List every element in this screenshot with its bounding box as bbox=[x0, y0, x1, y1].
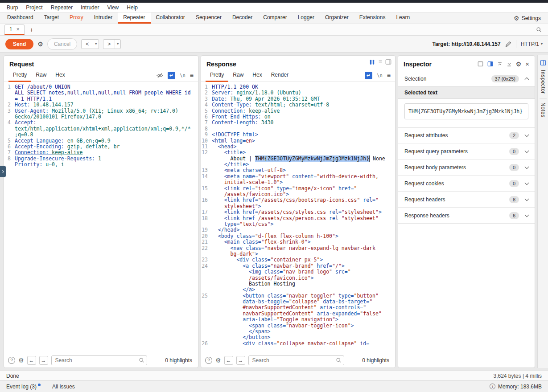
code-line: 25 <button class="navbar-toggler" type="… bbox=[201, 293, 395, 299]
tab-dashboard[interactable]: Dashboard bbox=[2, 12, 39, 24]
show-newlines-icon[interactable]: \n bbox=[180, 73, 185, 78]
hide-nonprintable-icon[interactable] bbox=[157, 73, 163, 78]
add-tab-button[interactable]: + bbox=[30, 26, 33, 33]
tab-raw[interactable]: Raw bbox=[31, 69, 51, 82]
previous-match-button[interactable]: ← bbox=[27, 356, 36, 365]
tab-target[interactable]: Target bbox=[39, 12, 64, 24]
code-line: </span> bbox=[201, 329, 395, 335]
tab-decoder[interactable]: Decoder bbox=[227, 12, 258, 24]
tab-pretty[interactable]: Pretty bbox=[206, 69, 228, 82]
tab-logger[interactable]: Logger bbox=[293, 12, 320, 24]
tab-organizer[interactable]: Organizer bbox=[320, 12, 354, 24]
send-options-gear-icon[interactable]: ⚙ bbox=[37, 41, 43, 48]
settings-button[interactable]: ⚙ Settings bbox=[508, 12, 546, 24]
search-icon[interactable] bbox=[536, 27, 542, 33]
memory-usage: Memory: 183.6MB bbox=[498, 384, 542, 390]
code-token: <button class= bbox=[212, 293, 286, 299]
layout-list-icon[interactable]: ≡ bbox=[379, 58, 382, 65]
chevron-down-icon[interactable]: ▾ bbox=[93, 40, 99, 49]
tab-collaborator[interactable]: Collaborator bbox=[151, 12, 190, 24]
tab-sequencer[interactable]: Sequencer bbox=[190, 12, 227, 24]
editor-menu-icon[interactable]: ≡ bbox=[387, 72, 391, 79]
tab-repeater[interactable]: Repeater bbox=[118, 12, 150, 24]
tab-hex[interactable]: Hex bbox=[51, 69, 69, 82]
inspector-section-request-attributes[interactable]: Request attributes2 bbox=[398, 127, 535, 143]
show-newlines-icon[interactable]: \n bbox=[377, 73, 383, 78]
code-token: <img class= bbox=[212, 269, 283, 275]
history-forward-button[interactable]: > ▾ bbox=[103, 39, 121, 49]
rail-tab-notes[interactable]: Notes bbox=[540, 102, 546, 118]
cancel-button[interactable]: Cancel bbox=[47, 38, 77, 50]
send-button[interactable]: Send bbox=[5, 39, 33, 49]
editor-menu-icon[interactable]: ≡ bbox=[190, 72, 194, 79]
inspector-section-request-cookies[interactable]: Request cookies0 bbox=[398, 176, 535, 192]
inspector-section-response-headers[interactable]: Response headers6 bbox=[398, 208, 535, 224]
tab-raw[interactable]: Raw bbox=[228, 69, 248, 82]
code-token: /assets/css/person.css bbox=[258, 215, 326, 221]
line-text: stylesheet"> bbox=[212, 204, 261, 209]
tab-extensions[interactable]: Extensions bbox=[354, 12, 391, 24]
pause-updates-icon[interactable] bbox=[369, 59, 375, 65]
close-icon[interactable]: × bbox=[525, 60, 529, 68]
line-text: <meta charset=utf-8> bbox=[212, 167, 286, 173]
collapse-all-icon[interactable] bbox=[497, 61, 503, 67]
word-wrap-icon[interactable]: ↵ bbox=[168, 72, 175, 79]
tab-hex[interactable]: Hex bbox=[248, 69, 266, 82]
history-back-button[interactable]: < ▾ bbox=[81, 39, 99, 49]
inspector-section-request-body-parameters[interactable]: Request body parameters0 bbox=[398, 159, 535, 176]
tab-pretty[interactable]: Pretty bbox=[8, 69, 31, 82]
menu-view[interactable]: View bbox=[103, 4, 123, 12]
code-token: Content-Type: bbox=[212, 102, 255, 108]
tab-render[interactable]: Render bbox=[267, 69, 293, 82]
line-text: Accept-Encoding: gzip, deflate, br bbox=[15, 144, 119, 150]
event-log-button[interactable]: Event log (3) bbox=[6, 384, 41, 390]
response-editor[interactable]: 1HTTP/1.1 200 OK2Server: nginx/1.18.0 (U… bbox=[201, 82, 395, 353]
inspector-section-request-headers[interactable]: Request headers8 bbox=[398, 192, 535, 208]
word-wrap-icon[interactable]: ↵ bbox=[365, 72, 372, 79]
code-token: "stylesheet" bbox=[342, 215, 379, 221]
inspector-section-request-query-parameters[interactable]: Request query parameters0 bbox=[398, 143, 535, 159]
next-match-button[interactable]: → bbox=[39, 356, 48, 365]
code-token: Connection: bbox=[15, 149, 52, 155]
menu-burp[interactable]: Burp bbox=[3, 4, 22, 12]
help-icon[interactable]: ? bbox=[205, 357, 212, 364]
layout-columns-icon[interactable] bbox=[385, 59, 391, 65]
session-tab-1[interactable]: 1 × bbox=[4, 24, 25, 35]
menu-help[interactable]: Help bbox=[123, 4, 142, 12]
inspector-settings-gear-icon[interactable]: ⚙ bbox=[516, 61, 522, 68]
tab-proxy[interactable]: Proxy bbox=[64, 12, 89, 24]
help-icon[interactable]: ? bbox=[8, 357, 15, 364]
line-number bbox=[201, 323, 212, 329]
code-line: 2Host: 10.48.144.157 bbox=[4, 102, 198, 108]
request-editor[interactable]: 1GET /about/0 UNIONALL SELECT notes,null… bbox=[4, 82, 198, 353]
menu-project[interactable]: Project bbox=[22, 4, 46, 12]
previous-match-button[interactable]: ← bbox=[224, 356, 233, 365]
tab-learn[interactable]: Learn bbox=[391, 12, 415, 24]
tab-comparer[interactable]: Comparer bbox=[258, 12, 292, 24]
selected-text-value[interactable]: THM{ZGE3OTUyZGMyMzkwNjJmZjg3Mzk1NjJh} bbox=[404, 103, 528, 119]
all-issues-button[interactable]: All issues bbox=[52, 384, 75, 390]
chevron-down-icon[interactable]: ▾ bbox=[115, 40, 120, 49]
pencil-icon[interactable] bbox=[505, 41, 511, 47]
line-text: Gecko/20100101 Firefox/147.0 bbox=[15, 114, 101, 120]
expand-all-icon[interactable] bbox=[507, 61, 512, 67]
menu-intruder[interactable]: Intruder bbox=[77, 4, 103, 12]
request-search-input[interactable] bbox=[51, 355, 147, 365]
tab-intruder[interactable]: Intruder bbox=[89, 12, 118, 24]
code-token: "text/css" bbox=[239, 221, 270, 227]
info-icon: i bbox=[490, 384, 495, 389]
search-settings-gear-icon[interactable]: ⚙ bbox=[18, 357, 24, 364]
selection-section-header[interactable]: Selection 37 (0x25) bbox=[398, 71, 535, 86]
expand-sidebar-handle[interactable] bbox=[0, 166, 6, 177]
next-match-button[interactable]: → bbox=[236, 356, 245, 365]
layout-split-icon[interactable] bbox=[487, 61, 493, 67]
menu-repeater[interactable]: Repeater bbox=[47, 4, 77, 12]
code-token: > bbox=[308, 239, 311, 245]
response-search-input[interactable] bbox=[248, 355, 344, 365]
http-version-dropdown[interactable]: HTTP/1 ▾ bbox=[521, 41, 543, 47]
rail-tab-inspector[interactable]: Inspector bbox=[540, 70, 546, 94]
layout-single-icon[interactable] bbox=[478, 61, 483, 67]
search-settings-gear-icon[interactable]: ⚙ bbox=[215, 357, 221, 364]
close-icon[interactable]: × bbox=[16, 26, 20, 33]
settings-label: Settings bbox=[522, 15, 541, 21]
